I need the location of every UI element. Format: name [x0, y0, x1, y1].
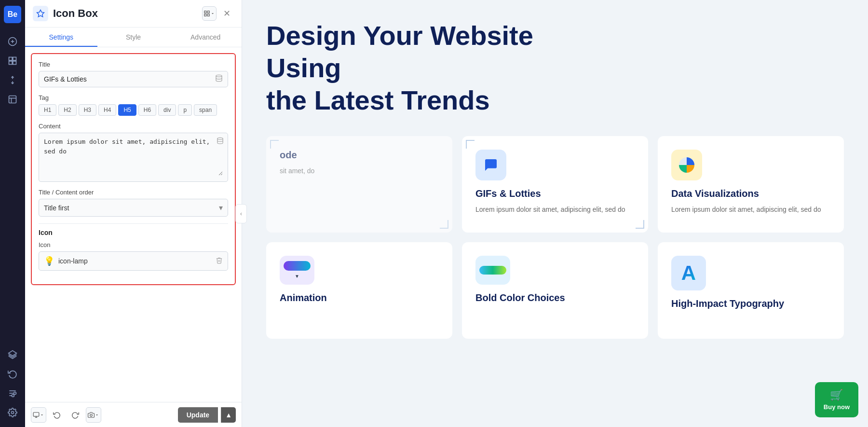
buy-now-icon: 🛒 [830, 389, 843, 401]
cards-grid: ode sit amet, do GIFs & Lotties Lorem ip… [266, 136, 844, 339]
card-gifs-title: GIFs & Lotties [475, 188, 635, 199]
title-input-wrap [39, 71, 228, 87]
card-code-text: sit amet, do [280, 165, 439, 176]
panel-options-button[interactable] [202, 6, 217, 21]
card-bold-color-title: Bold Color Choices [475, 292, 635, 303]
svg-point-16 [14, 392, 16, 395]
svg-point-29 [90, 414, 93, 416]
content-label: Content [39, 123, 228, 130]
card-code: ode sit amet, do [266, 136, 452, 233]
panel-title: Icon Box [53, 7, 197, 20]
card-gifs-corner-br [636, 220, 644, 229]
sidebar-item-sort[interactable] [4, 71, 21, 89]
card-typography: A High-Impact Typography [658, 242, 844, 339]
tag-h4[interactable]: H4 [98, 104, 116, 116]
svg-rect-22 [204, 14, 206, 16]
sidebar-item-panel[interactable] [4, 91, 21, 108]
sidebar-item-history[interactable] [4, 365, 21, 383]
panel-body: Title Tag H1 H2 H3 H4 H5 H6 [25, 47, 242, 402]
icon-section-title: Icon [39, 229, 228, 236]
sidebar: Be [0, 0, 25, 427]
order-value: Title first [44, 204, 219, 212]
svg-rect-3 [9, 57, 13, 61]
undo-button[interactable] [49, 407, 65, 423]
sidebar-item-layers[interactable] [4, 346, 21, 363]
content-textarea[interactable]: Lorem ipsum dolor sit amet, adipiscing e… [44, 137, 223, 176]
svg-marker-19 [37, 10, 44, 17]
content-field-group: Content Lorem ipsum dolor sit amet, adip… [39, 123, 228, 182]
svg-point-24 [216, 75, 222, 77]
tag-div[interactable]: div [158, 104, 176, 116]
update-button[interactable]: Update [178, 407, 218, 423]
card-typography-title: High-Impact Typography [671, 298, 830, 309]
tag-h6[interactable]: H6 [138, 104, 156, 116]
main-wrapper: ‹ Design Your Website Using the Latest T… [242, 0, 868, 427]
panel-header: Icon Box ✕ [25, 0, 242, 28]
tag-h2[interactable]: H2 [58, 104, 76, 116]
card-dataviz-text: Lorem ipsum dolor sit amet, adipiscing e… [671, 204, 830, 215]
svg-point-18 [12, 412, 14, 414]
content-textarea-wrap: Lorem ipsum dolor sit amet, adipiscing e… [39, 133, 228, 182]
settings-panel: Icon Box ✕ Settings Style Advanced Title [25, 0, 242, 427]
buy-now-button[interactable]: 🛒 Buy now [815, 382, 858, 417]
card-bold-color: Bold Color Choices [462, 242, 648, 339]
sidebar-item-settings[interactable] [4, 404, 21, 421]
icon-delete-button[interactable] [216, 257, 223, 265]
tag-group: H1 H2 H3 H4 H5 H6 div p span [39, 104, 228, 116]
sidebar-item-filters[interactable] [4, 385, 21, 402]
order-field-group: Title / Content order Title first ▾ [39, 189, 228, 217]
tag-h1[interactable]: H1 [39, 104, 56, 116]
typography-letter: A [681, 262, 696, 285]
svg-rect-20 [204, 11, 206, 13]
svg-rect-26 [33, 412, 39, 416]
card-dataviz-title: Data Visualizations [671, 188, 830, 199]
tab-style[interactable]: Style [97, 28, 170, 47]
tab-settings[interactable]: Settings [25, 28, 97, 47]
panel-collapse-arrow[interactable]: ‹ [235, 204, 247, 223]
svg-point-25 [217, 138, 223, 139]
tag-span[interactable]: span [194, 104, 217, 116]
sidebar-item-layout[interactable] [4, 52, 21, 69]
card-gifs: GIFs & Lotties Lorem ipsum dolor sit ame… [462, 136, 648, 233]
title-db-icon[interactable] [215, 74, 223, 84]
content-db-icon[interactable] [217, 137, 224, 146]
update-arrow-button[interactable]: ▲ [221, 407, 236, 423]
app-logo[interactable]: Be [4, 6, 21, 23]
title-field-group: Title [39, 61, 228, 87]
card-typography-icon-wrap: A [671, 256, 706, 290]
tag-label: Tag [39, 94, 228, 101]
card-animation-icon-wrap: ▼ [280, 256, 314, 285]
tag-field-group: Tag H1 H2 H3 H4 H5 H6 div p span [39, 94, 228, 116]
panel-header-icon [33, 6, 48, 21]
icon-field-group: Icon 💡 [39, 241, 228, 271]
tab-advanced[interactable]: Advanced [169, 28, 242, 47]
card-animation-title: Animation [280, 292, 439, 303]
card-code-title: ode [280, 150, 439, 161]
order-chevron-icon: ▾ [219, 203, 223, 212]
main-content: Design Your Website Using the Latest Tre… [242, 0, 868, 368]
card-gifs-icon-wrap [475, 150, 506, 180]
title-input[interactable] [44, 75, 215, 83]
tag-p[interactable]: p [178, 104, 192, 116]
svg-rect-6 [13, 61, 16, 65]
card-corner-br [440, 220, 448, 229]
divider [39, 223, 228, 224]
tag-h5[interactable]: H5 [118, 104, 136, 116]
sidebar-item-add[interactable] [4, 33, 21, 50]
redo-button[interactable] [68, 407, 83, 423]
order-label: Title / Content order [39, 189, 228, 196]
panel-actions: ✕ [202, 6, 234, 21]
tag-h3[interactable]: H3 [79, 104, 96, 116]
card-corner-tl [270, 140, 279, 149]
title-label: Title [39, 61, 228, 68]
svg-point-17 [12, 395, 14, 397]
capture-button[interactable] [86, 407, 101, 423]
order-select[interactable]: Title first ▾ [39, 199, 228, 217]
svg-rect-5 [9, 61, 13, 65]
card-animation: ▼ Animation [266, 242, 452, 339]
main-heading: Design Your Website Using the Latest Tre… [266, 19, 604, 117]
panel-close-button[interactable]: ✕ [219, 6, 234, 21]
icon-name-input[interactable] [58, 257, 212, 265]
card-bold-color-icon-wrap [475, 256, 510, 285]
monitor-button[interactable] [31, 407, 46, 423]
